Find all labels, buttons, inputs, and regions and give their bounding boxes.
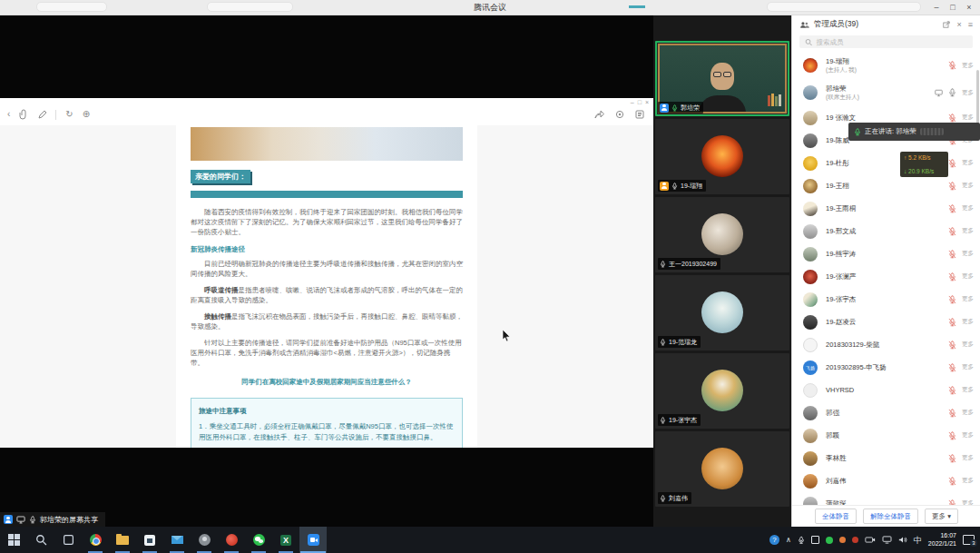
video-tile[interactable]: 19-瑞翔: [655, 119, 789, 194]
share-icon[interactable]: [594, 110, 604, 119]
mic-icon[interactable]: [948, 454, 956, 463]
panel-menu-icon[interactable]: ≡: [968, 20, 973, 29]
search-button[interactable]: [27, 527, 54, 553]
video-tile[interactable]: 王一2019302499: [655, 197, 789, 272]
member-more-button[interactable]: 更多: [962, 363, 974, 371]
pen-icon[interactable]: [37, 110, 46, 120]
reader-icon[interactable]: [635, 110, 644, 119]
member-row[interactable]: 飞扬 2019302895-申飞扬 更多: [792, 356, 980, 379]
member-row[interactable]: 19-瑞翔 (主持人, 我) 更多: [792, 52, 980, 79]
member-row[interactable]: 19-邢文成 更多: [792, 220, 980, 242]
video-tile[interactable]: 19-范瑞龙: [655, 275, 789, 351]
member-more-button[interactable]: 更多: [962, 182, 974, 190]
settings-icon[interactable]: [615, 110, 624, 119]
close-button[interactable]: ×: [962, 0, 976, 15]
document-scroll-area[interactable]: 亲爱的同学们： 随着西安的疫情得到有效控制，我们终于迎来了回家团圆的时刻。我相信…: [0, 125, 653, 448]
link-icon[interactable]: [19, 109, 28, 120]
network-icon[interactable]: [882, 536, 892, 544]
member-row[interactable]: 郭颖 更多: [792, 424, 980, 447]
mic-icon[interactable]: [948, 159, 956, 168]
minimize-button[interactable]: –: [929, 0, 944, 15]
mic-icon[interactable]: [948, 477, 956, 486]
member-row[interactable]: 19-赵凌云 更多: [792, 311, 980, 333]
member-row[interactable]: 2018303129-柴懿 更多: [792, 333, 980, 356]
popout-icon[interactable]: [943, 21, 950, 28]
member-more-button[interactable]: 更多: [962, 272, 974, 281]
taskbar-app-store[interactable]: [136, 527, 163, 553]
mic-icon[interactable]: [948, 114, 956, 123]
member-more-button[interactable]: 更多: [962, 318, 974, 326]
tray-app-icon[interactable]: [811, 536, 819, 544]
mic-icon[interactable]: [948, 182, 956, 191]
mic-icon[interactable]: [948, 272, 956, 281]
member-row[interactable]: 蒲懿琛 更多: [792, 492, 980, 505]
task-view-button[interactable]: [54, 527, 82, 553]
member-row[interactable]: 刘嘉伟 更多: [792, 469, 980, 492]
hidden-icons-chevron[interactable]: ∧: [786, 536, 791, 545]
member-row[interactable]: 郭培荣 (联席主持人) 更多: [792, 79, 980, 106]
member-row[interactable]: 19-张澜严 更多: [792, 265, 980, 288]
refresh-icon[interactable]: ↻: [65, 110, 73, 119]
more-button[interactable]: 更多 ▾: [925, 509, 958, 524]
chevron-left-icon[interactable]: ‹: [7, 110, 10, 119]
tray-mic-icon[interactable]: [798, 536, 805, 545]
member-more-button[interactable]: 更多: [962, 250, 974, 258]
member-more-button[interactable]: 更多: [962, 204, 974, 212]
taskbar-app-explorer[interactable]: [109, 527, 136, 553]
viewer-maximize-button[interactable]: □: [638, 99, 642, 105]
mic-icon[interactable]: [948, 227, 956, 236]
member-more-button[interactable]: 更多: [962, 386, 974, 394]
mute-all-button[interactable]: 全体静音: [815, 509, 857, 524]
member-more-button[interactable]: 更多: [962, 62, 974, 70]
member-row[interactable]: 19-王栩 更多: [792, 174, 980, 197]
member-more-button[interactable]: 更多: [962, 227, 974, 235]
member-more-button[interactable]: 更多: [962, 295, 974, 303]
video-tile[interactable]: 19-张宇杰: [655, 353, 789, 429]
taskbar-app-excel[interactable]: X: [272, 527, 299, 553]
member-row[interactable]: VHYRSD 更多: [792, 379, 980, 401]
member-more-button[interactable]: 更多: [962, 454, 974, 462]
member-more-button[interactable]: 更多: [962, 159, 974, 167]
member-row[interactable]: 19-杜彤 更多: [792, 152, 980, 174]
member-more-button[interactable]: 更多: [962, 409, 974, 417]
mic-icon[interactable]: [948, 204, 956, 213]
member-more-button[interactable]: 更多: [962, 89, 974, 97]
member-search-box[interactable]: [799, 35, 973, 48]
taskbar-app-chrome[interactable]: [82, 527, 109, 553]
tray-camera-icon[interactable]: [865, 536, 876, 544]
unmute-all-button[interactable]: 解除全体静音: [863, 509, 918, 524]
globe-icon[interactable]: ⊕: [83, 110, 90, 119]
member-row[interactable]: 19-王雨桐 更多: [792, 197, 980, 220]
taskbar-app-music[interactable]: [218, 527, 245, 553]
mic-icon[interactable]: [948, 409, 956, 418]
member-row[interactable]: 19-张宇杰 更多: [792, 288, 980, 311]
action-center-icon[interactable]: 3: [963, 535, 975, 545]
helper-tray-icon[interactable]: ?: [769, 535, 779, 545]
mic-icon[interactable]: [948, 363, 956, 372]
mic-icon[interactable]: [948, 295, 956, 304]
volume-icon[interactable]: [898, 536, 907, 544]
member-more-button[interactable]: 更多: [962, 114, 974, 122]
video-tile[interactable]: 刘嘉伟: [655, 431, 789, 507]
mic-icon[interactable]: [948, 341, 956, 350]
member-more-button[interactable]: 更多: [962, 477, 974, 485]
mic-icon[interactable]: [948, 431, 956, 440]
search-input[interactable]: [816, 38, 967, 46]
tray-app-icon[interactable]: [839, 537, 846, 543]
mic-icon[interactable]: [948, 61, 956, 70]
member-row[interactable]: 李林胜 更多: [792, 447, 980, 469]
tray-app-icon[interactable]: [852, 537, 858, 543]
mic-icon[interactable]: [948, 250, 956, 259]
member-row[interactable]: 19-熊宇涛 更多: [792, 242, 980, 265]
taskbar-app-mail[interactable]: [163, 527, 191, 553]
member-more-button[interactable]: 更多: [962, 341, 974, 349]
ime-indicator[interactable]: 中: [914, 536, 922, 545]
maximize-button[interactable]: □: [946, 0, 960, 15]
panel-close-icon[interactable]: ×: [956, 20, 961, 29]
member-more-button[interactable]: 更多: [962, 431, 974, 439]
mic-icon[interactable]: [948, 88, 956, 97]
viewer-minimize-button[interactable]: –: [631, 99, 634, 105]
taskbar-app-contacts[interactable]: [191, 527, 218, 553]
viewer-close-button[interactable]: ×: [645, 99, 649, 105]
taskbar-app-meeting[interactable]: [299, 527, 327, 553]
